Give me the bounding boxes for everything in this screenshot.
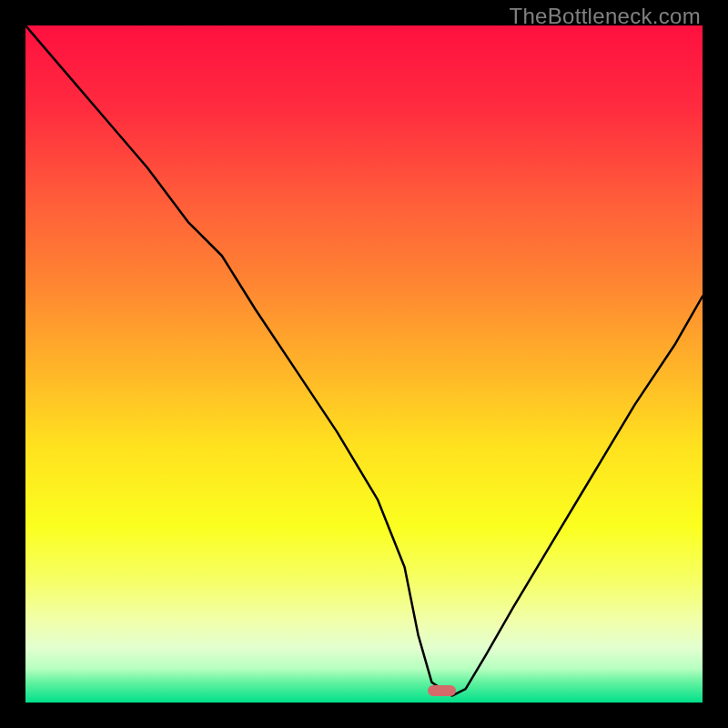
- bottleneck-curve: [25, 25, 703, 703]
- gradient-plot-area: [25, 25, 703, 703]
- optimal-point-marker: [428, 685, 456, 696]
- chart-frame: TheBottleneck.com: [0, 0, 728, 728]
